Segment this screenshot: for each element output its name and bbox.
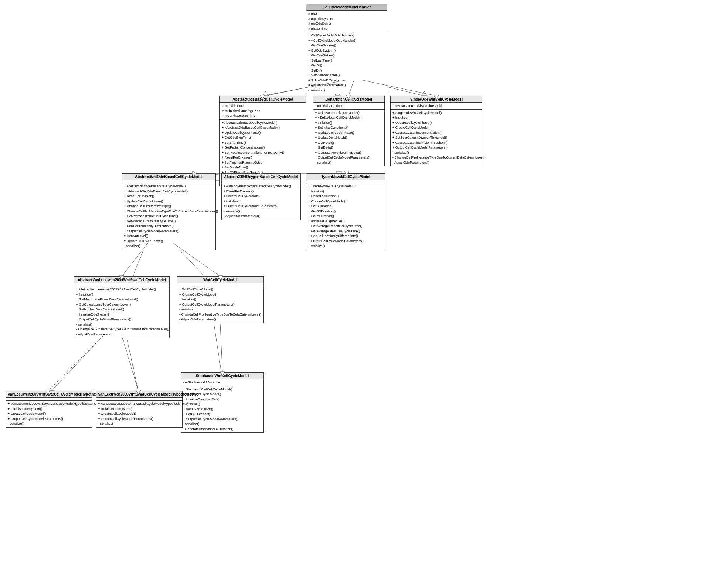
methods-section: + VanLeeuwen2009WntSwatCellCycleModelHyp… bbox=[6, 401, 92, 427]
box-stochastic-wnt-cell-cycle-model: StochasticWntCellCycleModel - mStochasti… bbox=[181, 372, 264, 433]
empty-attributes-section bbox=[96, 398, 182, 401]
empty-attributes-section bbox=[74, 283, 169, 286]
box-single-ode-wnt-cell-cycle-model: SingleOdeWntCellCycleModel - mBetaCateni… bbox=[390, 96, 482, 166]
box-title: TysonNovakCellCycleModel bbox=[306, 174, 385, 180]
box-title: AbstractWntOdeBasedCellCycleModel bbox=[122, 174, 215, 180]
svg-marker-5 bbox=[421, 91, 427, 96]
svg-line-20 bbox=[125, 332, 138, 391]
box-wnt-cell-cycle-model: WntCellCycleModel + WntCellCycleModel() … bbox=[177, 276, 264, 323]
attributes-section: - mStochasticG2Duration bbox=[181, 379, 263, 386]
box-abstract-wnt-ode-based-cell-cycle-model: AbstractWntOdeBasedCellCycleModel + Abst… bbox=[122, 173, 216, 250]
methods-section: + SingleOdeWntCellCycleModel() + Initial… bbox=[391, 110, 482, 166]
box-title: VanLeeuwen2009WntSwatCellCycleModelHypot… bbox=[6, 391, 92, 398]
box-abstract-van-leeuwen-2009-wnt-swat-cell-cycle-model: AbstractVanLeeuwen2009WntSwatCellCycleMo… bbox=[74, 276, 170, 338]
empty-attributes-section bbox=[222, 180, 300, 183]
attributes-section: # mDt # mpOdeSystem # mpOdeSolver # mLas… bbox=[306, 11, 387, 32]
box-title: AbstractVanLeeuwen2009WntSwatCellCycleMo… bbox=[74, 277, 169, 283]
methods-section: + TysonNovakCellCycleModel() + Initialis… bbox=[306, 183, 385, 250]
box-alarcon2004-oxygen-based-cell-cycle-model: Alarcon2004OxygenBasedCellCycleModel + A… bbox=[221, 173, 301, 220]
methods-section: + VanLeeuwen2009WntSwatCellCycleModelHyp… bbox=[96, 401, 182, 427]
box-tyson-novak-cell-cycle-model: TysonNovakCellCycleModel + TysonNovakCel… bbox=[306, 173, 385, 250]
diagram-container: CellCycleModelOdeHandler # mDt # mpOdeSy… bbox=[0, 0, 717, 588]
box-delta-notch-cell-cycle-model: DeltaNotchCellCycleModel - mInitialCondi… bbox=[313, 96, 385, 166]
box-title: VanLeeuwen2009WntSwatCellCycleModelHypot… bbox=[96, 391, 182, 398]
box-abstract-ode-based-cell-cycle-model: AbstractOdeBasedCellCycleModel # mDivide… bbox=[219, 96, 306, 186]
attributes-section: # mDivideTime # mFinishedRunningOdes # m… bbox=[220, 103, 306, 120]
box-cell-cycle-model-ode-handler: CellCycleModelOdeHandler # mDt # mpOdeSy… bbox=[306, 4, 387, 94]
svg-line-18 bbox=[52, 332, 107, 391]
svg-marker-3 bbox=[263, 91, 269, 96]
box-vanleeuwen2009-hypothesis-one: VanLeeuwen2009WntSwatCellCycleModelHypot… bbox=[6, 391, 92, 428]
methods-section: + AbstractVanLeeuwen2009WntSwatCellCycle… bbox=[74, 286, 169, 338]
methods-section: + DeltaNotchCellCycleModel() + ~DeltaNot… bbox=[313, 110, 384, 166]
attributes-section: - mInitialConditions bbox=[313, 103, 384, 110]
methods-section: + WntCellCycleModel() + CreateCellCycleM… bbox=[177, 286, 263, 323]
methods-section: + AbstractWntOdeBasedCellCycleModel() + … bbox=[122, 183, 215, 250]
empty-attributes-section bbox=[177, 283, 263, 286]
empty-attributes-section bbox=[122, 180, 215, 183]
box-title: AbstractOdeBasedCellCycleModel bbox=[220, 96, 306, 103]
empty-attributes-section bbox=[306, 180, 385, 183]
methods-section: + Alarcon2004OxygenBasedCellCycleModel()… bbox=[222, 183, 300, 220]
box-vanleeuwen2009-hypothesis-two: VanLeeuwen2009WntSwatCellCycleModelHypot… bbox=[96, 391, 183, 428]
attributes-section: - mBetaCateninDivisionThreshold bbox=[391, 103, 482, 110]
methods-section: + CellCycleModelOdeHandler() + ~CellCycl… bbox=[306, 32, 387, 94]
box-title: Alarcon2004OxygenBasedCellCycleModel bbox=[222, 174, 300, 180]
svg-line-43 bbox=[48, 335, 103, 391]
box-title: SingleOdeWntCellCycleModel bbox=[391, 96, 482, 103]
svg-line-16 bbox=[214, 324, 221, 372]
svg-line-41 bbox=[220, 324, 222, 372]
empty-attributes-section bbox=[6, 398, 92, 401]
box-title: CellCycleModelOdeHandler bbox=[306, 4, 387, 11]
svg-line-45 bbox=[122, 335, 138, 391]
box-title: WntCellCycleModel bbox=[177, 277, 263, 283]
box-title: DeltaNotchCellCycleModel bbox=[313, 96, 384, 103]
box-title: StochasticWntCellCycleModel bbox=[181, 373, 263, 379]
